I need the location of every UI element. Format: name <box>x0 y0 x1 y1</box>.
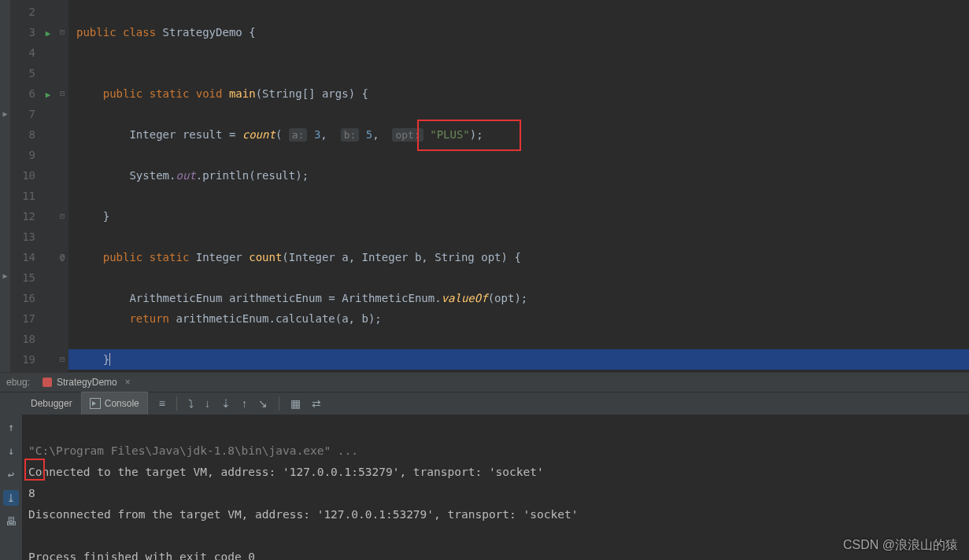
debug-panel-header: ebug: StrategyDemo × <box>0 373 969 392</box>
brace: } <box>103 210 109 223</box>
override-icon[interactable]: @ <box>56 247 68 267</box>
line-number[interactable]: 19 <box>11 349 40 370</box>
line-number[interactable]: 2 <box>11 2 40 22</box>
step-out-icon[interactable]: ↑ <box>242 397 247 410</box>
param-hint: a: <box>289 128 308 142</box>
run-icon[interactable]: ▶ <box>40 83 56 104</box>
stop-icon <box>43 378 52 387</box>
tab-console[interactable]: Console <box>81 392 148 415</box>
keyword: public <box>76 26 117 39</box>
debug-session-tab[interactable]: StrategyDemo × <box>36 373 137 392</box>
bottom-panel: ebug: StrategyDemo × Debugger Console ≡ … <box>0 372 969 560</box>
session-name: StrategyDemo <box>57 377 117 388</box>
code-line[interactable]: public static void main(String[] args) { <box>68 83 969 104</box>
line-number[interactable]: 16 <box>11 288 40 308</box>
method-call: calculate <box>276 312 335 325</box>
type: ArithmeticEnum <box>342 292 435 304</box>
param-hint: b: <box>341 128 360 142</box>
line-number[interactable]: 5 <box>11 63 40 83</box>
step-over-icon[interactable]: ⤵ <box>188 397 194 410</box>
brace: { <box>514 251 520 263</box>
console-line: Disconnected from the target VM, address… <box>28 508 578 521</box>
keyword: class <box>123 26 156 39</box>
left-tool-gutter[interactable]: ▶ ▶ <box>0 0 11 372</box>
settings-icon[interactable]: ⇄ <box>312 397 321 410</box>
fold-gutter[interactable]: ⊟⊟⊟@⊟ <box>56 0 68 372</box>
method-call: println <box>202 169 249 182</box>
code-line[interactable] <box>68 42 969 63</box>
line-number[interactable]: 15 <box>11 267 40 288</box>
code-line[interactable] <box>68 63 969 83</box>
scroll-down-icon[interactable]: ↓ <box>3 443 19 459</box>
code-line[interactable] <box>68 2 969 22</box>
code-line-selected[interactable]: } <box>68 349 969 370</box>
line-number[interactable]: 18 <box>11 329 40 349</box>
scroll-up-icon[interactable]: ↑ <box>3 419 19 435</box>
code-line[interactable] <box>68 186 969 206</box>
line-number[interactable]: 12 <box>11 206 40 227</box>
line-number[interactable]: 9 <box>11 145 40 165</box>
scroll-to-end-icon[interactable]: ⤓ <box>3 490 19 506</box>
code-line[interactable]: public class StrategyDemo { <box>68 22 969 42</box>
close-icon[interactable]: × <box>122 377 131 388</box>
force-step-into-icon[interactable]: ⇣ <box>221 397 231 410</box>
line-number-gutter[interactable]: 2345678910111213141516171819 <box>11 0 40 372</box>
param-hint: opt: <box>392 128 423 142</box>
console-line: "C:\Program Files\Java\jdk-1.8\bin\java.… <box>28 444 358 457</box>
keyword: static <box>150 251 190 263</box>
line-number[interactable]: 17 <box>11 308 40 329</box>
watermark: CSDN @浪浪山的猿 <box>843 537 958 554</box>
step-into-icon[interactable]: ↓ <box>205 397 210 410</box>
code-line[interactable] <box>68 329 969 349</box>
code-line[interactable] <box>68 104 969 124</box>
code-line[interactable]: } <box>68 206 969 227</box>
keyword: public <box>103 87 143 100</box>
var: result <box>256 169 296 182</box>
fold-icon[interactable]: ⊟ <box>56 83 68 104</box>
text-caret <box>109 353 110 366</box>
line-number[interactable]: 7 <box>11 104 40 124</box>
debug-toolbar: Debugger Console ≡ ⤵ ↓ ⇣ ↑ ↘ ▦ ⇄ <box>0 392 969 414</box>
run-gutter[interactable]: ▶▶ <box>40 0 56 372</box>
var: result <box>183 128 223 141</box>
evaluate-icon[interactable]: ▦ <box>290 397 301 410</box>
code-line[interactable]: return arithmeticEnum.calculate(a, b); <box>68 308 969 329</box>
brace: { <box>362 87 368 100</box>
var: arithmeticEnum <box>176 312 268 325</box>
editor-area: ▶ ▶ 2345678910111213141516171819 ▶▶ ⊟⊟⊟@… <box>0 0 969 372</box>
fold-icon[interactable]: ⊟ <box>56 206 68 227</box>
code-line[interactable] <box>68 267 969 288</box>
print-icon[interactable]: 🖶 <box>3 514 19 529</box>
code-line[interactable]: System.out.println(result); <box>68 165 969 186</box>
brace: } <box>103 353 109 366</box>
line-number[interactable]: 14 <box>11 247 40 267</box>
separator <box>279 396 279 411</box>
line-number[interactable]: 13 <box>11 227 40 247</box>
line-number[interactable]: 6 <box>11 83 40 104</box>
type: ArithmeticEnum <box>129 292 222 304</box>
console-line: Connected to the target VM, address: '12… <box>28 466 544 478</box>
keyword: void <box>196 87 223 100</box>
console-output[interactable]: "C:\Program Files\Java\jdk-1.8\bin\java.… <box>22 414 969 560</box>
step-icons-group[interactable]: ≡ <box>159 397 165 410</box>
run-to-cursor-icon[interactable]: ↘ <box>258 397 268 410</box>
code-line[interactable]: ArithmeticEnum arithmeticEnum = Arithmet… <box>68 288 969 308</box>
code-line[interactable] <box>68 145 969 165</box>
code-line[interactable]: public static Integer count(Integer a, I… <box>68 247 969 267</box>
line-number[interactable]: 10 <box>11 165 40 186</box>
code-line[interactable] <box>68 227 969 247</box>
fold-icon[interactable]: ⊟ <box>56 22 68 42</box>
fold-icon[interactable]: ⊟ <box>56 349 68 370</box>
brace: { <box>249 26 255 39</box>
run-icon[interactable]: ▶ <box>40 22 56 42</box>
line-number[interactable]: 8 <box>11 124 40 145</box>
params: (Integer a, Integer b, String opt) <box>282 251 508 263</box>
tab-debugger[interactable]: Debugger <box>22 392 81 415</box>
console-line: Process finished with exit code 0 <box>28 551 255 560</box>
line-number[interactable]: 4 <box>11 42 40 63</box>
line-number[interactable]: 11 <box>11 186 40 206</box>
code-line[interactable]: Integer result = count( a: 3, b: 5, opt:… <box>68 124 969 145</box>
soft-wrap-icon[interactable]: ↩ <box>3 466 19 482</box>
line-number[interactable]: 3 <box>11 22 40 42</box>
code-editor[interactable]: public class StrategyDemo { public stati… <box>68 0 969 372</box>
